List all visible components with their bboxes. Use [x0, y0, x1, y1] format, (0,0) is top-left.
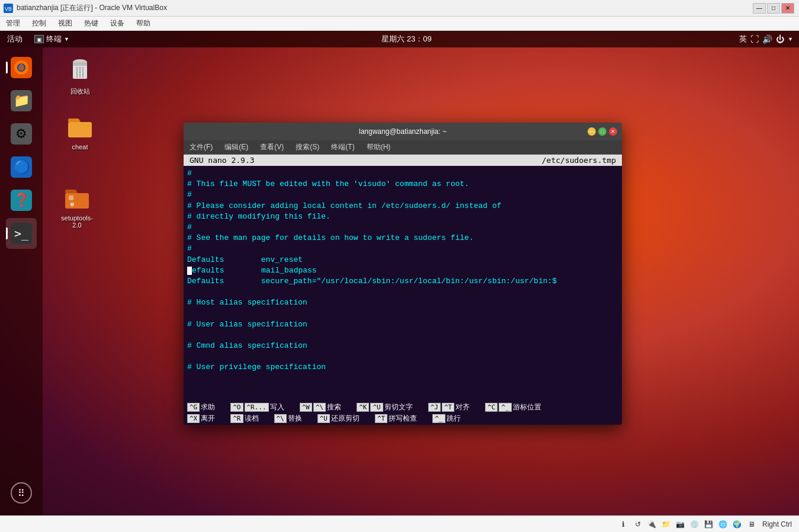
nano-key-align1: ^J — [428, 403, 441, 412]
nano-line-2: # This file MUST be edited with the 'vis… — [187, 179, 618, 190]
ubuntu-volume-icon[interactable]: 🔊 — [762, 34, 772, 44]
ubuntu-activities-button[interactable]: 活动 — [0, 34, 30, 44]
nano-shortcut-replace[interactable]: ^\ 替换 — [274, 414, 302, 424]
ubuntu-desktop: 活动 ▣ 终端 ▼ 星期六 23：09 英 ⛶ 🔊 ⏻ ▼ — [0, 31, 799, 515]
terminal-menu-view[interactable]: 查看(V) — [254, 141, 290, 153]
nano-shortcut-spell[interactable]: ^T 拼写检查 — [375, 414, 417, 424]
dock-item-help[interactable]: ❓ — [6, 185, 37, 216]
nano-shortcut-help[interactable]: ^G 求助 — [187, 402, 215, 412]
terminal-topbar-icon: ▣ — [34, 35, 44, 43]
dock-terminal-icon: >_ — [11, 223, 32, 244]
vbox-window-buttons: — □ ✕ — [753, 3, 799, 14]
statusbar-right-ctrl: Right Ctrl — [762, 520, 792, 528]
nano-shortcut-read[interactable]: ^R 读档 — [230, 414, 258, 424]
vbox-menu-hotkey[interactable]: 热键 — [78, 17, 104, 30]
vbox-menu-manage[interactable]: 管理 — [0, 17, 26, 30]
svg-rect-11 — [65, 193, 89, 209]
status-icon-disk1[interactable]: 💿 — [689, 518, 701, 530]
desktop-icon-cheat[interactable]: cheat — [56, 113, 104, 151]
vbox-menu-help[interactable]: 帮助 — [130, 17, 156, 30]
svg-text:⚙: ⚙ — [70, 202, 74, 207]
vbox-menu-devices[interactable]: 设备 — [104, 17, 130, 30]
nano-line-18 — [187, 351, 618, 362]
vbox-window-title: batianzhanjia [正在运行] - Oracle VM Virtual… — [17, 3, 753, 13]
terminal-minimize-button[interactable]: — — [588, 127, 596, 136]
nano-label-replace: 替换 — [288, 414, 302, 424]
nano-editor[interactable]: GNU nano 2.9.3 /etc/sudoers.tmp # # This… — [184, 155, 622, 425]
status-icon-display[interactable]: 🖥 — [746, 518, 758, 530]
nano-header-right: /etc/sudoers.tmp — [542, 156, 616, 165]
terminal-menu-help[interactable]: 帮助(H) — [361, 141, 397, 153]
nano-line-10: efaults mail_badpass — [187, 265, 618, 276]
desktop-icon-setuptools[interactable]: ⚙ setuptools-2.0 — [53, 184, 101, 229]
terminal-maximize-button[interactable]: □ — [598, 127, 607, 136]
vbox-menu-view[interactable]: 视图 — [52, 17, 78, 30]
status-icon-usb[interactable]: 🔌 — [646, 518, 658, 530]
nano-shortcut-goto[interactable]: ^_ 跳行 — [432, 414, 460, 424]
dock-firefox-icon — [11, 57, 32, 78]
status-icon-disk2[interactable]: 💾 — [703, 518, 715, 530]
terminal-menu-terminal[interactable]: 终端(T) — [325, 141, 360, 153]
nano-line-12 — [187, 287, 618, 297]
dock-item-apps[interactable]: ⠿ — [6, 477, 37, 508]
nano-shortcut-write[interactable]: ^O ^R... 写入 — [230, 402, 284, 412]
nano-line-8: # — [187, 243, 618, 254]
vbox-maximize-button[interactable]: □ — [767, 3, 780, 14]
ubuntu-menu-arrow[interactable]: ▼ — [788, 36, 793, 42]
terminal-menu-file[interactable]: 文件(F) — [184, 141, 219, 153]
nano-shortcut-undo[interactable]: ^U 还原剪切 — [317, 414, 360, 424]
nano-label-help: 求助 — [201, 402, 215, 412]
setuptools-folder-icon: ⚙ — [63, 184, 91, 212]
terminal-titlebar: langwang@batianzhanjia: ~ — □ ✕ — [184, 123, 622, 140]
vbox-menu-control[interactable]: 控制 — [26, 17, 52, 30]
trash-label: 回收站 — [69, 86, 92, 97]
dock-settings-icon: ⚙ — [11, 123, 32, 145]
nano-shortcut-search[interactable]: ^W ^\ 搜索 — [300, 402, 342, 412]
vbox-minimize-button[interactable]: — — [753, 3, 766, 14]
nano-key-undo: ^U — [317, 414, 330, 423]
status-icon-screenshot[interactable]: 📷 — [675, 518, 686, 530]
dock-item-settings[interactable]: ⚙ — [6, 118, 37, 149]
dock-item-unknown1[interactable]: 🔵 — [6, 152, 37, 182]
ubuntu-network-icon[interactable]: ⛶ — [750, 34, 759, 44]
dock-files-icon: 📁 — [11, 90, 32, 111]
dock-item-firefox[interactable] — [6, 52, 37, 83]
dock-bottom: ⠿ — [6, 477, 37, 509]
dock-item-terminal[interactable]: >_ — [6, 218, 37, 249]
nano-label-cut: 剪切文字 — [384, 402, 413, 412]
terminal-menu-search[interactable]: 搜索(S) — [290, 141, 325, 153]
nano-label-read: 读档 — [245, 414, 259, 424]
nano-line-15: # User alias specification — [187, 319, 618, 330]
desktop-icon-trash[interactable]: 回收站 — [56, 56, 104, 97]
nano-shortcut-exit[interactable]: ^X 离开 — [187, 414, 215, 424]
vbox-statusbar: ℹ ↺ 🔌 📁 📷 💿 💾 🌐 🌍 🖥 Right Ctrl — [0, 515, 799, 532]
ubuntu-terminal-label[interactable]: ▣ 终端 ▼ — [30, 34, 74, 44]
cheat-label: cheat — [70, 143, 90, 151]
nano-content[interactable]: # # This file MUST be edited with the 'v… — [184, 166, 622, 401]
nano-shortcuts-row1: ^G 求助 ^O ^R... 写入 ^W ^\ 搜索 ^K — [187, 402, 618, 412]
nano-label-pos: 游标位置 — [513, 402, 541, 412]
terminal-title: langwang@batianzhanjia: ~ — [359, 127, 447, 136]
nano-key-write1: ^O — [230, 403, 243, 412]
nano-key-goto: ^_ — [432, 414, 445, 423]
nano-label-exit: 离开 — [201, 414, 215, 424]
terminal-window: langwang@batianzhanjia: ~ — □ ✕ 文件(F) 编辑… — [184, 123, 622, 425]
ubuntu-lang-indicator[interactable]: 英 — [739, 34, 747, 44]
status-icon-folder[interactable]: 📁 — [660, 518, 672, 530]
statusbar-icons: ℹ ↺ 🔌 📁 📷 💿 💾 🌐 🌍 🖥 Right Ctrl — [618, 518, 792, 530]
status-icon-info[interactable]: ℹ — [618, 518, 630, 530]
terminal-menu-edit[interactable]: 编辑(E) — [219, 141, 254, 153]
ubuntu-terminal-text: 终端 — [46, 34, 62, 44]
vbox-close-button[interactable]: ✕ — [781, 3, 794, 14]
status-icon-network2[interactable]: 🌍 — [731, 518, 743, 530]
nano-shortcut-pos[interactable]: ^C ^_ 游标位置 — [485, 402, 541, 412]
vbox-titlebar: VB batianzhanjia [正在运行] - Oracle VM Virt… — [0, 0, 799, 17]
ubuntu-power-icon[interactable]: ⏻ — [776, 34, 784, 44]
dock-item-files[interactable]: 📁 — [6, 85, 37, 116]
nano-shortcut-cut[interactable]: ^K ^U 剪切文字 — [357, 402, 413, 412]
nano-shortcut-align[interactable]: ^J ^T 对齐 — [428, 402, 470, 412]
status-icon-network1[interactable]: 🌐 — [717, 518, 729, 530]
status-icon-refresh[interactable]: ↺ — [632, 518, 644, 530]
terminal-close-button[interactable]: ✕ — [609, 127, 617, 136]
dock-terminal-active — [6, 227, 8, 239]
